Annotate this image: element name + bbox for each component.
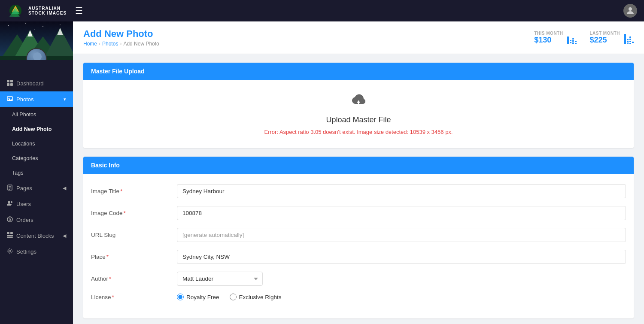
stat-last-month: LAST MONTH $225 <box>589 31 634 45</box>
sidebar-item-pages[interactable]: Pages ◀ <box>0 180 73 196</box>
exclusive-rights-option[interactable]: Exclusive Rights <box>230 294 282 300</box>
logo-icon <box>7 2 24 19</box>
breadcrumb-sep-1: › <box>99 41 100 47</box>
page-title: Add New Photo <box>83 28 159 39</box>
sidebar-item-add-new-photo[interactable]: Add New Photo <box>0 122 73 136</box>
author-row: Author* Matt Lauder John Smith <box>91 272 626 286</box>
content-blocks-chevron-icon: ◀ <box>63 233 66 239</box>
sidebar: Dashboard Photos ▾ All Photos Add New Ph… <box>0 21 73 324</box>
sidebar-item-content-blocks[interactable]: Content Blocks ◀ <box>0 228 73 244</box>
license-row: License* Royalty Free Exclusive Ri <box>91 294 626 300</box>
basic-info-section-header: Basic Info <box>83 157 634 174</box>
author-select[interactable]: Matt Lauder John Smith <box>177 272 263 286</box>
royalty-free-label: Royalty Free <box>186 294 219 300</box>
upload-error: Error: Aspect ratio 3.05 doesn't exist. … <box>96 129 621 135</box>
stats-section: THIS MONTH $130 LAST MONTH $225 <box>534 31 634 45</box>
breadcrumb-photos[interactable]: Photos <box>102 41 118 47</box>
svg-marker-27 <box>8 99 12 101</box>
exclusive-rights-radio[interactable] <box>230 294 237 300</box>
image-code-row: Image Code* <box>91 206 626 220</box>
royalty-free-option[interactable]: Royalty Free <box>177 294 219 300</box>
upload-section-header: Master File Upload <box>83 63 634 80</box>
place-label: Place* <box>91 254 177 260</box>
sidebar-label-locations: Locations <box>12 141 35 147</box>
sidebar-item-locations[interactable]: Locations <box>0 136 73 151</box>
sidebar-label-categories: Categories <box>12 155 38 161</box>
bar-3 <box>572 38 574 44</box>
url-slug-field <box>177 228 626 242</box>
image-title-input[interactable] <box>177 184 626 198</box>
sidebar-label-users: Users <box>16 201 31 207</box>
image-code-input[interactable] <box>177 206 626 220</box>
breadcrumb-home[interactable]: Home <box>83 41 97 47</box>
navbar: AUSTRALIAN STOCK IMAGES ☰ <box>0 0 644 21</box>
svg-point-7 <box>8 25 9 26</box>
svg-rect-23 <box>7 83 9 86</box>
sidebar-label-all-photos: All Photos <box>12 112 36 118</box>
place-row: Place* <box>91 250 626 264</box>
bar-8 <box>632 42 634 44</box>
this-month-chart <box>567 31 577 44</box>
svg-text:$: $ <box>9 217 11 222</box>
image-title-field <box>177 184 626 198</box>
user-avatar[interactable] <box>623 4 637 18</box>
dashboard-icon <box>7 80 13 87</box>
image-title-row: Image Title* <box>91 184 626 198</box>
sidebar-label-orders: Orders <box>16 217 33 223</box>
sidebar-item-all-photos[interactable]: All Photos <box>0 107 73 122</box>
sidebar-label-photos: Photos <box>16 96 33 103</box>
users-icon <box>7 200 13 208</box>
image-code-field <box>177 206 626 220</box>
bar-5 <box>624 34 626 44</box>
stat-this-month: THIS MONTH $130 <box>534 31 577 45</box>
svg-rect-24 <box>10 83 13 86</box>
place-input[interactable] <box>177 250 626 264</box>
sidebar-label-pages: Pages <box>16 185 32 191</box>
sidebar-item-orders[interactable]: $ Orders <box>0 212 73 228</box>
svg-point-5 <box>629 7 632 11</box>
breadcrumb: Home › Photos › Add New Photo <box>83 41 159 47</box>
sidebar-item-categories[interactable]: Categories <box>0 151 73 166</box>
royalty-free-radio[interactable] <box>177 294 184 300</box>
sidebar-label-content-blocks: Content Blocks <box>16 233 54 239</box>
bar-7 <box>629 36 631 44</box>
upload-area[interactable]: Upload Master File Error: Aspect ratio 3… <box>83 80 634 148</box>
svg-rect-37 <box>10 232 13 234</box>
license-label: License* <box>91 294 177 300</box>
photos-icon <box>7 96 13 103</box>
app-name: AUSTRALIAN STOCK IMAGES <box>28 6 67 15</box>
svg-rect-22 <box>10 80 13 82</box>
menu-toggle[interactable]: ☰ <box>75 6 83 16</box>
bar-4 <box>575 41 577 44</box>
breadcrumb-sep-2: › <box>120 41 122 47</box>
svg-point-40 <box>9 250 11 252</box>
pages-icon <box>7 185 13 192</box>
basic-info-section-card: Basic Info Image Title* Im <box>83 157 634 318</box>
svg-point-11 <box>34 29 35 30</box>
upload-label: Upload Master File <box>96 115 621 124</box>
sidebar-item-tags[interactable]: Tags <box>0 166 73 180</box>
content-area: Add New Photo Home › Photos › Add New Ph… <box>73 21 644 324</box>
url-slug-input[interactable] <box>177 228 626 242</box>
author-label: Author* <box>91 276 177 282</box>
sidebar-nav: Dashboard Photos ▾ All Photos Add New Ph… <box>0 72 73 324</box>
brand: AUSTRALIAN STOCK IMAGES <box>7 2 67 19</box>
this-month-value: $130 <box>534 36 563 45</box>
svg-point-32 <box>8 201 10 203</box>
place-field <box>177 250 626 264</box>
sidebar-item-users[interactable]: Users <box>0 196 73 212</box>
content-blocks-icon <box>7 232 13 239</box>
sidebar-item-photos[interactable]: Photos ▾ <box>0 91 73 107</box>
license-radio-group: Royalty Free Exclusive Rights <box>177 294 626 300</box>
svg-rect-39 <box>7 237 13 238</box>
pages-chevron-icon: ◀ <box>63 185 66 191</box>
page-title-section: Add New Photo Home › Photos › Add New Ph… <box>83 28 159 47</box>
sidebar-scene <box>0 21 73 60</box>
sidebar-label-tags: Tags <box>12 170 23 176</box>
this-month-label: THIS MONTH <box>534 31 563 36</box>
image-title-label: Image Title* <box>91 188 177 194</box>
sidebar-item-settings[interactable]: Settings <box>0 244 73 260</box>
photos-chevron-icon: ▾ <box>64 97 66 102</box>
last-month-chart <box>624 31 634 44</box>
sidebar-item-dashboard[interactable]: Dashboard <box>0 76 73 91</box>
